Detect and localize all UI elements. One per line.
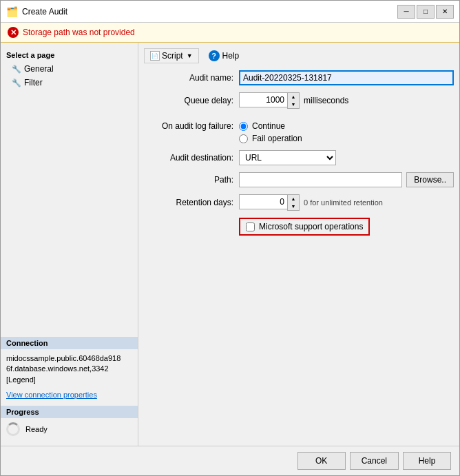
connection-section: Connection midocssample.public.60468da91… [1,337,138,400]
progress-spinner [6,422,20,436]
retention-days-label: Retention days: [144,198,233,207]
queue-delay-spinner: ▲ ▼ [239,92,300,109]
sidebar-item-general[interactable]: 🔧 General [1,62,138,76]
sidebar-item-general-label: General [24,64,54,74]
ok-button[interactable]: OK [297,452,346,470]
bottom-bar: OK Cancel Help [1,446,459,475]
retention-hint: 0 for unlimited retention [304,198,383,207]
view-connection-properties-link[interactable]: View connection properties [1,389,138,400]
close-button[interactable]: ✕ [436,5,454,19]
audit-failure-row: On audit log failure: Continue Fail oper… [144,121,454,143]
help-button[interactable]: ? Help [203,48,245,63]
audit-failure-radio-group: Continue Fail operation [239,121,302,143]
retention-days-input[interactable] [239,194,287,209]
retention-days-spinner: ▲ ▼ [239,194,300,211]
path-input[interactable] [239,172,402,187]
title-bar-left: 🗂️ Create Audit [6,6,67,17]
audit-failure-control-area: Continue Fail operation [239,121,454,143]
title-controls: ─ □ ✕ [397,5,454,19]
fail-operation-radio[interactable] [239,134,248,143]
sidebar-top: Select a page 🔧 General 🔧 Filter [1,48,138,326]
progress-section: Progress Ready [1,406,138,440]
form-area: Audit name: Queue delay: ▲ ▼ [144,70,454,440]
title-bar: 🗂️ Create Audit ─ □ ✕ [1,1,459,23]
window-title: Create Audit [22,7,67,17]
spacer1 [144,116,454,121]
audit-destination-control-area: URL FILE APPLICATION_LOG SECURITY_LOG [239,150,454,165]
window-icon: 🗂️ [6,6,18,17]
continue-label: Continue [252,121,285,131]
path-label: Path: [144,175,233,185]
audit-name-control-area [239,70,454,85]
queue-delay-unit: milliseconds [304,96,348,105]
continue-radio-item[interactable]: Continue [239,121,302,131]
sidebar-item-filter-label: Filter [24,78,43,87]
continue-radio[interactable] [239,122,248,131]
general-icon: 🔧 [12,65,21,74]
script-icon: 📄 [150,51,160,61]
cancel-button[interactable]: Cancel [350,452,399,470]
help-label: Help [222,51,240,61]
path-row: Path: Browse.. [144,172,454,187]
script-chevron-icon: ▼ [187,52,193,59]
browse-button[interactable]: Browse.. [406,172,454,187]
audit-destination-row: Audit destination: URL FILE APPLICATION_… [144,150,454,165]
ms-support-row: Microsoft support operations [144,218,454,236]
retention-days-control-area: ▲ ▼ 0 for unlimited retention [239,194,454,211]
help-circle-icon: ? [209,50,220,61]
toolbar: 📄 Script ▼ ? Help [144,48,454,63]
audit-destination-label: Audit destination: [144,153,233,163]
sidebar-item-filter[interactable]: 🔧 Filter [1,76,138,90]
error-bar: ✕ Storage path was not provided [1,23,459,43]
progress-status: Ready [25,425,48,433]
audit-destination-select[interactable]: URL FILE APPLICATION_LOG SECURITY_LOG [239,150,336,165]
content-area: Select a page 🔧 General 🔧 Filter Connect… [1,43,459,446]
connection-text: midocssample.public.60468da9186f.databas… [6,354,121,384]
progress-header: Progress [1,406,138,418]
queue-delay-control-area: ▲ ▼ milliseconds [239,92,454,109]
connection-info: midocssample.public.60468da9186f.databas… [1,349,138,389]
queue-delay-up-button[interactable]: ▲ [288,93,299,101]
queue-delay-down-button[interactable]: ▼ [288,101,299,108]
retention-days-down-button[interactable]: ▼ [288,203,299,210]
maximize-button[interactable]: □ [417,5,435,19]
help-footer-button[interactable]: Help [403,452,451,470]
audit-name-input[interactable] [239,70,454,85]
path-control-area: Browse.. [239,172,454,187]
sidebar: Select a page 🔧 General 🔧 Filter Connect… [1,43,138,446]
sidebar-flex: Select a page 🔧 General 🔧 Filter Connect… [1,48,138,440]
retention-days-up-button[interactable]: ▲ [288,195,299,203]
fail-operation-radio-item[interactable]: Fail operation [239,134,302,143]
queue-delay-row: Queue delay: ▲ ▼ milliseconds [144,92,454,109]
ms-support-checkbox[interactable] [246,223,255,231]
progress-info: Ready [1,418,138,440]
fail-operation-label: Fail operation [252,134,302,143]
audit-name-row: Audit name: [144,70,454,85]
retention-days-spinner-buttons: ▲ ▼ [287,194,300,211]
error-message: Storage path was not provided [23,28,135,37]
queue-delay-label: Queue delay: [144,96,233,105]
select-a-page-label: Select a page [1,48,138,62]
ms-support-label: Microsoft support operations [259,222,363,231]
connection-header: Connection [1,337,138,349]
error-icon: ✕ [8,27,19,38]
queue-delay-spinner-buttons: ▲ ▼ [287,92,300,109]
main-panel: 📄 Script ▼ ? Help Audit name: [138,43,459,446]
audit-name-label: Audit name: [144,73,233,83]
queue-delay-input[interactable] [239,92,287,107]
create-audit-window: 🗂️ Create Audit ─ □ ✕ ✕ Storage path was… [0,0,460,476]
retention-days-row: Retention days: ▲ ▼ 0 for unlimited rete… [144,194,454,211]
script-button[interactable]: 📄 Script ▼ [144,48,199,63]
ms-support-checkbox-wrapper: Microsoft support operations [239,218,370,236]
script-label: Script [162,51,183,61]
filter-icon: 🔧 [12,79,21,87]
audit-failure-label: On audit log failure: [144,121,233,131]
minimize-button[interactable]: ─ [397,5,415,19]
